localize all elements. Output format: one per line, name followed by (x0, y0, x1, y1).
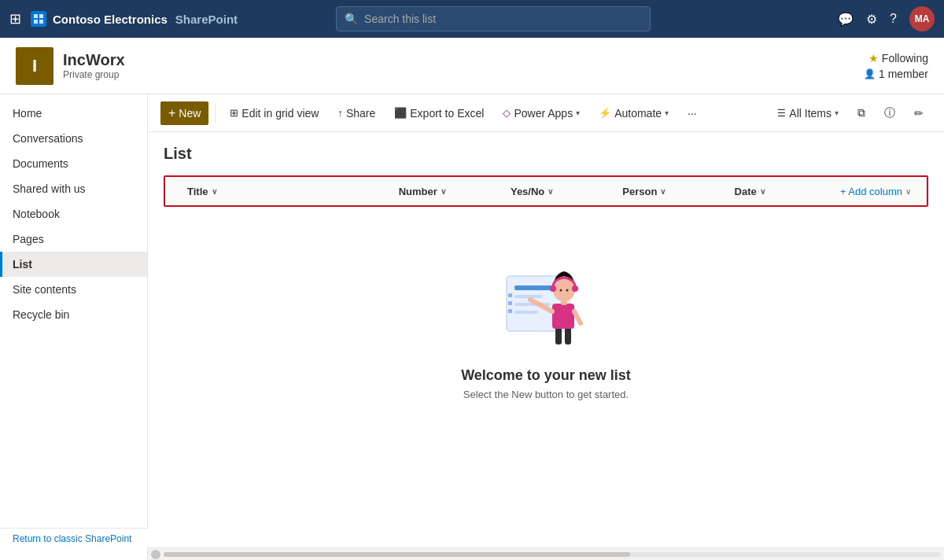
col-header-date[interactable]: Date ∨ (728, 186, 840, 197)
col-person-label: Person (622, 186, 657, 197)
sidebar-item-site-contents[interactable]: Site contents (0, 277, 147, 302)
edit-grid-button[interactable]: ⊞ Edit in grid view (222, 102, 326, 124)
plus-icon: + (168, 106, 175, 120)
col-header-person[interactable]: Person ∨ (616, 186, 728, 197)
separator (215, 104, 216, 123)
svg-point-19 (550, 286, 556, 292)
add-column-label: + Add column (840, 186, 902, 197)
svg-rect-9 (508, 293, 512, 297)
chevron-down-icon-3: ▾ (835, 109, 839, 117)
all-items-label: All Items (789, 107, 832, 120)
svg-rect-13 (565, 327, 571, 344)
share-button[interactable]: ↑ Share (330, 102, 383, 124)
chevron-down-icon-2: ▾ (665, 109, 669, 117)
scroll-left-btn[interactable] (151, 550, 160, 559)
share-icon: ↑ (337, 107, 343, 119)
chevron-down-icon-add: ∨ (905, 187, 911, 196)
horizontal-scrollbar[interactable] (148, 547, 944, 560)
site-info: IncWorx Private group (63, 51, 125, 80)
search-bar: 🔍 (336, 6, 651, 31)
new-label: New (179, 107, 201, 120)
following-label: Following (882, 52, 928, 64)
scroll-track (164, 552, 941, 557)
member-count: 1 member (879, 68, 928, 80)
sidebar-item-label: Shared with us (13, 182, 86, 195)
automate-icon: ⚡ (599, 107, 611, 119)
brand: Contoso Electronics SharePoint (31, 11, 238, 27)
grid-icon: ⊞ (230, 107, 238, 119)
export-label: Export to Excel (410, 107, 484, 120)
all-items-button[interactable]: ☰ All Items ▾ (769, 102, 846, 124)
more-button[interactable]: ··· (680, 102, 705, 124)
sidebar-item-label: Notebook (13, 208, 60, 220)
sidebar-item-pages[interactable]: Pages (0, 227, 147, 252)
new-button[interactable]: + New (160, 101, 208, 125)
sort-icon-yesno: ∨ (548, 187, 553, 196)
svg-line-16 (574, 311, 581, 323)
svg-rect-0 (34, 14, 38, 18)
sidebar-item-label: Documents (13, 157, 68, 170)
svg-point-22 (566, 289, 569, 292)
site-identity: I IncWorx Private group (16, 47, 125, 85)
sort-icon-number: ∨ (441, 187, 446, 196)
col-header-yesno[interactable]: Yes/No ∨ (504, 186, 616, 197)
more-icon: ··· (688, 107, 697, 120)
sidebar-item-notebook[interactable]: Notebook (0, 201, 147, 227)
settings-icon[interactable]: ⚙ (866, 12, 877, 27)
col-header-title[interactable]: Title ∨ (181, 186, 393, 197)
view-icon: ☰ (777, 108, 786, 119)
star-icon: ★ (868, 52, 879, 64)
sidebar-item-documents[interactable]: Documents (0, 151, 147, 176)
sharepoint-label: SharePoint (175, 13, 238, 26)
svg-rect-8 (514, 311, 538, 314)
person-icon: 👤 (864, 68, 876, 79)
svg-rect-10 (508, 301, 512, 305)
empty-state: Welcome to your new list Select the New … (148, 213, 944, 432)
site-header: I IncWorx Private group ★ Following 👤 1 … (0, 38, 944, 94)
scroll-thumb[interactable] (164, 552, 630, 557)
info-button[interactable]: ⓘ (876, 101, 903, 125)
search-input[interactable] (364, 13, 642, 25)
avatar[interactable]: MA (909, 6, 935, 31)
sidebar-item-list[interactable]: List (0, 252, 147, 277)
sidebar-item-conversations[interactable]: Conversations (0, 126, 147, 151)
sort-icon-person: ∨ (660, 187, 666, 196)
powerapps-label: Power Apps (514, 107, 573, 120)
brand-name: Contoso Electronics (53, 13, 168, 26)
site-subtitle: Private group (63, 69, 125, 80)
sidebar-item-label: Recycle bin (13, 308, 69, 321)
following-button[interactable]: ★ Following (868, 52, 928, 64)
filter-button[interactable]: ⧉ (850, 101, 873, 124)
share-label: Share (346, 107, 375, 120)
svg-rect-1 (39, 14, 43, 18)
chat-icon[interactable]: 💬 (838, 12, 854, 27)
content-area: + New ⊞ Edit in grid view ↑ Share ⬛ Expo… (148, 94, 944, 560)
info-icon: ⓘ (884, 106, 895, 120)
add-column-button[interactable]: + Add column ∨ (840, 186, 911, 197)
sidebar-item-recycle-bin[interactable]: Recycle bin (0, 302, 147, 327)
site-header-actions: ★ Following 👤 1 member (864, 52, 928, 80)
svg-rect-2 (34, 20, 38, 24)
automate-label: Automate (614, 107, 662, 120)
col-header-number[interactable]: Number ∨ (393, 186, 504, 197)
return-classic-link[interactable]: Return to classic SharePoint (13, 533, 131, 544)
edit-columns-icon: ✏ (914, 107, 924, 120)
empty-title: Welcome to your new list (461, 367, 631, 384)
powerapps-icon: ◇ (503, 107, 511, 119)
edit-columns-button[interactable]: ✏ (906, 102, 931, 124)
cmd-right-actions: ☰ All Items ▾ ⧉ ⓘ ✏ (769, 101, 931, 125)
waffle-icon[interactable]: ⊞ (9, 10, 21, 28)
sidebar-item-label: Conversations (13, 132, 83, 145)
help-icon[interactable]: ? (890, 12, 897, 26)
sidebar-item-home[interactable]: Home (0, 101, 147, 126)
sidebar-item-shared[interactable]: Shared with us (0, 176, 147, 201)
sidebar-item-label: Site contents (13, 283, 76, 296)
powerapps-button[interactable]: ◇ Power Apps ▾ (495, 102, 588, 124)
col-number-label: Number (399, 186, 437, 197)
command-bar: + New ⊞ Edit in grid view ↑ Share ⬛ Expo… (148, 94, 944, 132)
automate-button[interactable]: ⚡ Automate ▾ (591, 102, 677, 124)
excel-icon: ⬛ (394, 107, 407, 119)
svg-point-21 (560, 289, 562, 292)
export-button[interactable]: ⬛ Export to Excel (386, 102, 492, 124)
sidebar-item-label: Pages (13, 233, 44, 245)
